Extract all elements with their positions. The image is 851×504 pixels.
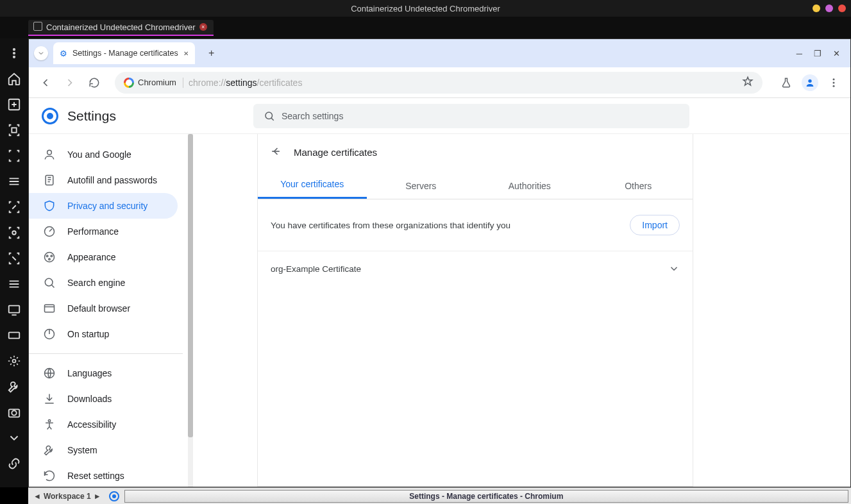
sidebar-item-label: Reset settings (67, 471, 124, 481)
os-app-tab-label: Containerized Undetected Chromedriver (46, 22, 196, 32)
taskbar-task[interactable]: Settings - Manage certificates - Chromiu… (124, 490, 848, 503)
dock-camera-icon[interactable] (6, 404, 22, 421)
back-button[interactable] (35, 72, 56, 93)
browser-minimize-icon[interactable]: ─ (796, 49, 802, 58)
os-app-tab-close-icon[interactable]: × (199, 23, 207, 31)
sidebar-item-reset[interactable]: Reset settings (29, 463, 178, 487)
site-chip[interactable]: Chromium (124, 78, 183, 88)
site-chip-label: Chromium (138, 78, 176, 87)
os-app-tab[interactable]: Containerized Undetected Chromedriver × (28, 20, 214, 36)
close-dot[interactable] (838, 4, 846, 12)
dock-list1-icon[interactable] (6, 173, 22, 190)
workspace-switcher[interactable]: ◄ Workspace 1 ► (28, 492, 106, 501)
tab-close-icon[interactable]: ✕ (183, 50, 189, 57)
dock-crop-icon[interactable] (6, 224, 22, 241)
svg-rect-17 (46, 176, 53, 185)
sidebar-item-label: Performance (67, 226, 119, 237)
dock-add-icon[interactable] (6, 96, 22, 113)
sidebar-scrollbar[interactable] (188, 134, 193, 487)
dock-chevron-down-icon[interactable] (6, 430, 22, 446)
os-title: Containerized Undetected Chromedriver (351, 4, 500, 13)
omnibox[interactable]: Chromium chrome://settings/certificates (115, 72, 763, 94)
sidebar-item-label: Autofill and passwords (67, 175, 157, 185)
dock-settings-icon[interactable] (6, 353, 22, 369)
import-button[interactable]: Import (630, 215, 680, 235)
dock-monitor-icon[interactable] (6, 301, 22, 318)
sidebar-item-label: Accessibility (67, 419, 116, 430)
svg-point-11 (808, 79, 811, 82)
browser-close-icon[interactable]: ✕ (833, 49, 840, 58)
sidebar-scroll-thumb[interactable] (188, 134, 193, 437)
search-settings-input[interactable]: Search settings (253, 104, 689, 128)
taskbar-app-icon[interactable] (109, 491, 119, 501)
dock-list2-icon[interactable] (6, 276, 22, 292)
sidebar-item-label: Downloads (67, 394, 112, 404)
sidebar-item-autofill[interactable]: Autofill and passwords (29, 167, 178, 193)
sidebar-item-label: Privacy and security (67, 201, 147, 211)
sidebar-item-system[interactable]: System (29, 437, 178, 463)
svg-point-14 (833, 85, 835, 87)
window-icon (35, 23, 42, 31)
ws-prev-icon[interactable]: ◄ (33, 492, 41, 501)
browser-tab[interactable]: ⚙ Settings - Manage certificates ✕ (53, 42, 195, 64)
sidebar-item-search-engine[interactable]: Search engine (29, 270, 178, 296)
svg-point-23 (45, 278, 53, 286)
svg-rect-24 (45, 305, 55, 312)
svg-rect-4 (12, 128, 16, 132)
bookmark-star-icon[interactable] (742, 76, 754, 89)
sidebar-item-appearance[interactable]: Appearance (29, 244, 178, 270)
svg-point-27 (48, 420, 50, 422)
maximize-dot[interactable] (825, 4, 833, 12)
tab-your-certificates[interactable]: Your certificates (258, 179, 367, 199)
svg-point-10 (12, 410, 16, 415)
dock-fullscreen-icon[interactable] (6, 147, 22, 164)
svg-point-13 (833, 81, 835, 83)
dock-keyboard-icon[interactable] (6, 327, 22, 344)
settings-sidebar: You and Google Autofill and passwords Pr… (29, 134, 183, 487)
tab-servers[interactable]: Servers (367, 181, 476, 199)
svg-point-22 (49, 258, 51, 260)
tab-authorities[interactable]: Authorities (475, 181, 584, 199)
svg-point-1 (13, 53, 15, 55)
labs-icon[interactable] (780, 76, 793, 89)
sidebar-item-accessibility[interactable]: Accessibility (29, 412, 178, 437)
certificates-panel: Manage certificates Your certificates Se… (257, 134, 693, 487)
svg-rect-6 (9, 306, 20, 313)
sidebar-item-on-startup[interactable]: On startup (29, 321, 178, 347)
dock-home-icon[interactable] (6, 71, 22, 87)
sidebar-item-performance[interactable]: Performance (29, 219, 178, 244)
minimize-dot[interactable] (813, 4, 820, 12)
ws-next-icon[interactable]: ► (94, 492, 101, 501)
dock-menu-icon[interactable] (6, 45, 22, 62)
reload-button[interactable] (84, 72, 105, 93)
svg-point-16 (47, 150, 52, 155)
certificate-org-label: org-Example Certificate (271, 264, 361, 274)
chevron-down-icon (668, 263, 680, 274)
tab-others[interactable]: Others (584, 181, 693, 199)
sidebar-item-languages[interactable]: Languages (29, 360, 178, 386)
browser-restore-icon[interactable]: ❐ (814, 49, 822, 58)
sidebar-item-default-browser[interactable]: Default browser (29, 296, 178, 321)
sidebar-item-you-and-google[interactable]: You and Google (29, 142, 178, 167)
dock-wrench-icon[interactable] (6, 378, 22, 395)
sidebar-item-label: On startup (67, 329, 109, 339)
svg-point-15 (265, 112, 273, 119)
svg-point-5 (12, 231, 16, 235)
sidebar-item-privacy-security[interactable]: Privacy and security (29, 193, 178, 219)
new-tab-button[interactable]: + (203, 47, 221, 59)
dock-expand2-icon[interactable] (6, 250, 22, 267)
sidebar-item-label: You and Google (67, 149, 131, 160)
dock-link-icon[interactable] (6, 455, 22, 472)
browser-menu-icon[interactable] (827, 76, 840, 89)
svg-point-20 (46, 255, 48, 257)
certificate-org-row[interactable]: org-Example Certificate (258, 251, 693, 286)
tab-search-button[interactable] (34, 46, 48, 60)
panel-back-button[interactable] (269, 145, 282, 160)
forward-button[interactable] (60, 72, 80, 93)
dock-capture-icon[interactable] (6, 199, 22, 215)
os-taskbar: ◄ Workspace 1 ► Settings - Manage certif… (28, 487, 851, 504)
profile-avatar[interactable] (802, 74, 818, 91)
sidebar-item-downloads[interactable]: Downloads (29, 386, 178, 412)
section-description: You have certificates from these organiz… (271, 221, 510, 230)
dock-select-icon[interactable] (6, 122, 22, 139)
